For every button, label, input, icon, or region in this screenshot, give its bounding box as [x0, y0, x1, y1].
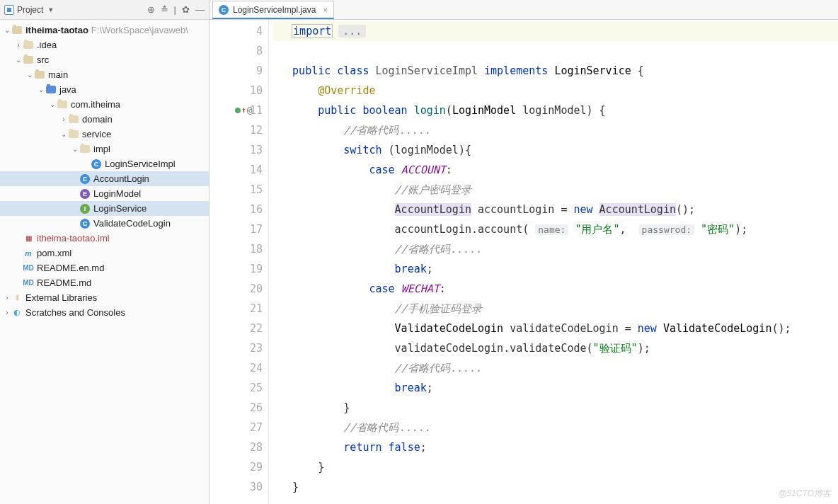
- gutter-line[interactable]: 18: [210, 239, 268, 259]
- markdown-icon: MD: [23, 277, 34, 289]
- hide-icon[interactable]: —: [195, 4, 205, 15]
- gutter-line[interactable]: 10: [210, 81, 268, 101]
- tree-item-external-libs[interactable]: › ⫴ External Libraries: [0, 290, 209, 305]
- gutter-line[interactable]: 28: [210, 437, 268, 457]
- gutter-line[interactable]: 4: [210, 21, 268, 41]
- source-folder-icon: [46, 86, 56, 93]
- module-icon: [12, 26, 22, 34]
- locate-icon[interactable]: ⊕: [147, 4, 155, 15]
- tree-item-idea[interactable]: › .idea: [0, 38, 209, 52]
- tree-item-main[interactable]: ⌄ main: [0, 67, 209, 82]
- tree-root-label: itheima-taotao: [25, 25, 88, 35]
- tree-item-scratches[interactable]: › ◐ Scratches and Consoles: [0, 305, 209, 320]
- editor-panel: C LoginServiceImpl.java × 4 8 9 10 ↑@ 11…: [210, 0, 838, 504]
- gutter-line[interactable]: 23: [210, 338, 268, 358]
- gutter-line[interactable]: 22: [210, 319, 268, 338]
- gutter-line[interactable]: 30: [210, 477, 268, 497]
- gutter-line[interactable]: 29: [210, 457, 268, 477]
- gutter-line[interactable]: 19: [210, 259, 268, 279]
- watermark: @51CTO博客: [778, 488, 831, 500]
- gutter: 4 8 9 10 ↑@ 11 12 13 14 15 16 17 18 19 2…: [210, 20, 269, 504]
- close-icon[interactable]: ×: [323, 6, 327, 14]
- impl-gutter-icon[interactable]: [235, 108, 241, 113]
- tree-item-service[interactable]: ⌄ service: [0, 127, 209, 142]
- chevron-down-icon[interactable]: ⌄: [59, 130, 68, 138]
- gutter-line[interactable]: 24: [210, 358, 268, 378]
- class-icon: C: [219, 5, 229, 15]
- gutter-line[interactable]: 25: [210, 378, 268, 398]
- tree-item-java[interactable]: ⌄ java: [0, 82, 209, 97]
- gutter-line[interactable]: 20: [210, 279, 268, 299]
- tree-item-iml[interactable]: ▦ itheima-taotao.iml: [0, 231, 209, 246]
- tree-item-accountlogin[interactable]: C AccountLogin: [0, 171, 209, 186]
- code-line: AccountLogin accountLogin = new AccountL…: [273, 200, 838, 219]
- gutter-line[interactable]: 26: [210, 398, 268, 418]
- gutter-line[interactable]: 14: [210, 160, 268, 180]
- chevron-right-icon[interactable]: ›: [14, 41, 23, 49]
- code-line: //省略代码.....: [273, 120, 838, 140]
- tab-loginserviceimpl[interactable]: C LoginServiceImpl.java ×: [212, 1, 334, 19]
- tree-item-impl[interactable]: ⌄ impl: [0, 142, 209, 156]
- gear-icon[interactable]: ✿: [182, 4, 190, 15]
- tree-root[interactable]: ⌄ itheima-taotao F:\WorkSpace\javaweb\: [0, 23, 209, 38]
- override-arrow-icon[interactable]: ↑: [241, 101, 246, 120]
- tree-item-loginmodel[interactable]: E LoginModel: [0, 186, 209, 201]
- gutter-line[interactable]: 21: [210, 299, 268, 319]
- package-icon: [69, 115, 79, 123]
- tree-item-readme-en[interactable]: MD README.en.md: [0, 260, 209, 275]
- code-line: [273, 41, 838, 61]
- sidebar-title-text: Project: [17, 5, 43, 15]
- gutter-line[interactable]: 8: [210, 41, 268, 61]
- project-icon: [4, 5, 14, 15]
- chevron-down-icon[interactable]: ⌄: [3, 26, 11, 34]
- code-line: case WECHAT:: [273, 279, 838, 299]
- tree-item-validatecodelogin[interactable]: C ValidateCodeLogin: [0, 216, 209, 231]
- code-line: return false;: [273, 437, 838, 457]
- tree-item-readme[interactable]: MD README.md: [0, 275, 209, 290]
- tree-item-src[interactable]: ⌄ src: [0, 52, 209, 67]
- chevron-down-icon[interactable]: ⌄: [37, 86, 45, 93]
- chevron-right-icon[interactable]: ›: [3, 309, 11, 316]
- chevron-right-icon[interactable]: ›: [3, 294, 11, 302]
- code-line: //省略代码.....: [273, 358, 838, 378]
- gutter-line[interactable]: 13: [210, 140, 268, 160]
- gutter-line[interactable]: 17: [210, 219, 268, 239]
- sidebar-title[interactable]: Project ▼: [4, 5, 54, 15]
- chevron-right-icon[interactable]: ›: [59, 115, 68, 123]
- interface-icon: I: [80, 204, 90, 214]
- folder-icon: [35, 71, 45, 79]
- folder-icon: [23, 56, 33, 64]
- code-line: }: [273, 477, 838, 497]
- sidebar-toolbar: ⊕ ≛ | ✿ —: [147, 4, 205, 15]
- gutter-line[interactable]: ↑@ 11: [210, 101, 268, 120]
- gutter-line[interactable]: 27: [210, 418, 268, 437]
- code-area: 4 8 9 10 ↑@ 11 12 13 14 15 16 17 18 19 2…: [210, 20, 838, 504]
- tree-item-package[interactable]: ⌄ com.itheima: [0, 97, 209, 112]
- code-line: ValidateCodeLogin validateCodeLogin = ne…: [273, 319, 838, 338]
- code-line: import ...: [273, 21, 838, 41]
- gutter-line[interactable]: 12: [210, 120, 268, 140]
- tree-item-domain[interactable]: › domain: [0, 112, 209, 127]
- code-line: //账户密码登录: [273, 180, 838, 200]
- expand-icon[interactable]: ≛: [161, 4, 168, 15]
- code-line: @Override: [273, 81, 838, 101]
- library-icon: ⫴: [11, 292, 23, 304]
- chevron-down-icon[interactable]: ⌄: [14, 56, 23, 64]
- chevron-down-icon[interactable]: ⌄: [48, 101, 57, 108]
- code-line: public boolean login(LoginModel loginMod…: [273, 101, 838, 120]
- maven-icon: m: [23, 248, 34, 259]
- code-content[interactable]: import ... public class LoginServiceImpl…: [269, 20, 838, 504]
- tree-item-pom[interactable]: m pom.xml: [0, 246, 209, 260]
- code-line: //省略代码.....: [273, 418, 838, 437]
- chevron-down-icon[interactable]: ⌄: [25, 71, 34, 79]
- gutter-line[interactable]: 9: [210, 61, 268, 81]
- folder-icon: [23, 41, 33, 49]
- dropdown-icon: ▼: [47, 6, 54, 13]
- code-line: case ACCOUNT:: [273, 160, 838, 180]
- gutter-line[interactable]: 15: [210, 180, 268, 200]
- gutter-line[interactable]: 16: [210, 200, 268, 219]
- tree-item-loginserviceimpl[interactable]: C LoginServiceImpl: [0, 156, 209, 171]
- chevron-down-icon[interactable]: ⌄: [71, 145, 79, 153]
- tree-item-loginservice[interactable]: I LoginService: [0, 201, 209, 216]
- iml-icon: ▦: [23, 233, 34, 244]
